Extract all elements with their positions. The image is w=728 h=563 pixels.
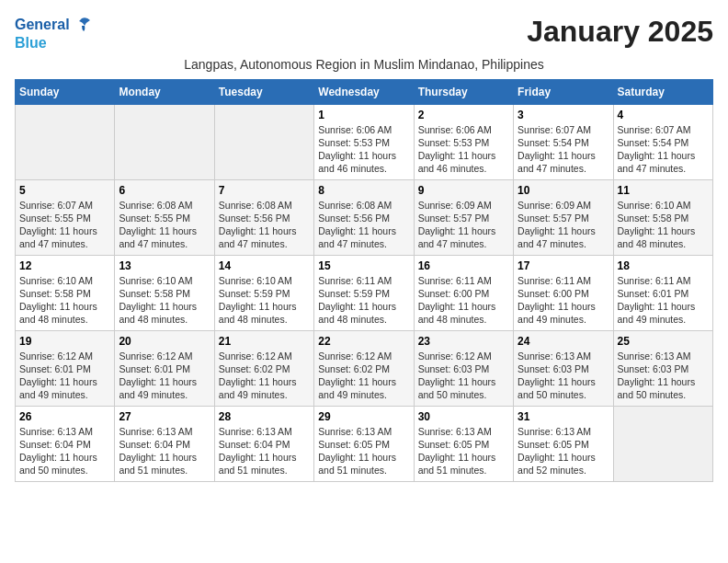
calendar-cell: 12Sunrise: 6:10 AM Sunset: 5:58 PM Dayli… — [16, 255, 115, 330]
logo: General Blue — [15, 15, 92, 52]
calendar-cell: 13Sunrise: 6:10 AM Sunset: 5:58 PM Dayli… — [115, 255, 214, 330]
calendar-cell: 6Sunrise: 6:08 AM Sunset: 5:55 PM Daylig… — [115, 179, 214, 255]
day-number: 13 — [119, 259, 210, 272]
calendar-cell: 17Sunrise: 6:11 AM Sunset: 6:00 PM Dayli… — [514, 255, 613, 330]
day-info: Sunrise: 6:11 AM Sunset: 6:00 PM Dayligh… — [418, 274, 509, 327]
day-info: Sunrise: 6:11 AM Sunset: 5:59 PM Dayligh… — [318, 274, 409, 327]
day-info: Sunrise: 6:10 AM Sunset: 5:58 PM Dayligh… — [19, 274, 110, 327]
day-info: Sunrise: 6:12 AM Sunset: 6:02 PM Dayligh… — [219, 350, 310, 402]
day-info: Sunrise: 6:10 AM Sunset: 5:58 PM Dayligh… — [119, 274, 210, 327]
day-number: 14 — [219, 259, 310, 272]
calendar-cell: 20Sunrise: 6:12 AM Sunset: 6:01 PM Dayli… — [115, 330, 214, 406]
day-number: 15 — [318, 259, 409, 272]
calendar-cell: 22Sunrise: 6:12 AM Sunset: 6:02 PM Dayli… — [314, 330, 414, 406]
calendar-cell: 24Sunrise: 6:13 AM Sunset: 6:03 PM Dayli… — [514, 330, 613, 406]
calendar-cell: 8Sunrise: 6:08 AM Sunset: 5:56 PM Daylig… — [314, 179, 414, 255]
calendar-cell — [613, 406, 712, 481]
day-number: 26 — [19, 410, 110, 423]
day-info: Sunrise: 6:06 AM Sunset: 5:53 PM Dayligh… — [418, 123, 509, 176]
calendar-cell: 9Sunrise: 6:09 AM Sunset: 5:57 PM Daylig… — [414, 179, 513, 255]
day-number: 11 — [618, 184, 709, 197]
header-tuesday: Tuesday — [214, 79, 313, 104]
day-number: 25 — [618, 335, 709, 348]
day-number: 29 — [318, 410, 409, 423]
calendar-cell: 3Sunrise: 6:07 AM Sunset: 5:54 PM Daylig… — [514, 104, 613, 179]
day-info: Sunrise: 6:07 AM Sunset: 5:54 PM Dayligh… — [518, 123, 609, 176]
calendar-cell: 5Sunrise: 6:07 AM Sunset: 5:55 PM Daylig… — [16, 179, 115, 255]
header-wednesday: Wednesday — [314, 79, 414, 104]
day-number: 19 — [19, 335, 110, 348]
day-number: 30 — [418, 410, 509, 423]
day-info: Sunrise: 6:13 AM Sunset: 6:05 PM Dayligh… — [518, 425, 609, 477]
top-bar: General Blue January 2025 — [15, 15, 713, 55]
week-row-5: 26Sunrise: 6:13 AM Sunset: 6:04 PM Dayli… — [16, 406, 713, 481]
day-info: Sunrise: 6:08 AM Sunset: 5:56 PM Dayligh… — [219, 199, 310, 251]
day-number: 16 — [418, 259, 509, 272]
day-info: Sunrise: 6:12 AM Sunset: 6:03 PM Dayligh… — [418, 350, 509, 402]
calendar-cell: 10Sunrise: 6:09 AM Sunset: 5:57 PM Dayli… — [514, 179, 613, 255]
day-info: Sunrise: 6:12 AM Sunset: 6:01 PM Dayligh… — [19, 350, 110, 402]
day-number: 31 — [518, 410, 609, 423]
calendar-cell: 27Sunrise: 6:13 AM Sunset: 6:04 PM Dayli… — [115, 406, 214, 481]
calendar-cell: 29Sunrise: 6:13 AM Sunset: 6:05 PM Dayli… — [314, 406, 414, 481]
day-number: 18 — [618, 259, 709, 272]
calendar-cell: 30Sunrise: 6:13 AM Sunset: 6:05 PM Dayli… — [414, 406, 513, 481]
day-info: Sunrise: 6:11 AM Sunset: 6:01 PM Dayligh… — [618, 274, 709, 327]
day-info: Sunrise: 6:13 AM Sunset: 6:05 PM Dayligh… — [318, 425, 409, 477]
calendar-header-row: SundayMondayTuesdayWednesdayThursdayFrid… — [16, 79, 713, 104]
day-number: 22 — [318, 335, 409, 348]
day-info: Sunrise: 6:13 AM Sunset: 6:04 PM Dayligh… — [19, 425, 110, 477]
day-info: Sunrise: 6:08 AM Sunset: 5:55 PM Dayligh… — [119, 199, 210, 251]
header-saturday: Saturday — [613, 79, 712, 104]
title-section: January 2025 — [527, 15, 713, 49]
calendar-cell: 23Sunrise: 6:12 AM Sunset: 6:03 PM Dayli… — [414, 330, 513, 406]
day-number: 6 — [119, 184, 210, 197]
calendar-cell: 1Sunrise: 6:06 AM Sunset: 5:53 PM Daylig… — [314, 104, 414, 179]
day-number: 28 — [219, 410, 310, 423]
day-info: Sunrise: 6:12 AM Sunset: 6:01 PM Dayligh… — [119, 350, 210, 402]
day-number: 7 — [219, 184, 310, 197]
calendar-cell: 2Sunrise: 6:06 AM Sunset: 5:53 PM Daylig… — [414, 104, 513, 179]
day-number: 20 — [119, 335, 210, 348]
calendar-cell: 26Sunrise: 6:13 AM Sunset: 6:04 PM Dayli… — [16, 406, 115, 481]
header-friday: Friday — [514, 79, 613, 104]
calendar-cell: 21Sunrise: 6:12 AM Sunset: 6:02 PM Dayli… — [214, 330, 313, 406]
day-info: Sunrise: 6:13 AM Sunset: 6:04 PM Dayligh… — [119, 425, 210, 477]
calendar-cell: 7Sunrise: 6:08 AM Sunset: 5:56 PM Daylig… — [214, 179, 313, 255]
day-number: 21 — [219, 335, 310, 348]
calendar-cell: 11Sunrise: 6:10 AM Sunset: 5:58 PM Dayli… — [613, 179, 712, 255]
calendar-cell: 14Sunrise: 6:10 AM Sunset: 5:59 PM Dayli… — [214, 255, 313, 330]
header-sunday: Sunday — [16, 79, 115, 104]
day-number: 24 — [518, 335, 609, 348]
day-info: Sunrise: 6:12 AM Sunset: 6:02 PM Dayligh… — [318, 350, 409, 402]
day-number: 23 — [418, 335, 509, 348]
calendar-cell: 18Sunrise: 6:11 AM Sunset: 6:01 PM Dayli… — [613, 255, 712, 330]
week-row-1: 1Sunrise: 6:06 AM Sunset: 5:53 PM Daylig… — [16, 104, 713, 179]
day-number: 1 — [318, 109, 409, 121]
day-info: Sunrise: 6:08 AM Sunset: 5:56 PM Dayligh… — [318, 199, 409, 251]
day-info: Sunrise: 6:06 AM Sunset: 5:53 PM Dayligh… — [318, 123, 409, 176]
day-info: Sunrise: 6:10 AM Sunset: 5:59 PM Dayligh… — [219, 274, 310, 327]
day-number: 3 — [518, 109, 609, 121]
day-number: 9 — [418, 184, 509, 197]
header-thursday: Thursday — [414, 79, 513, 104]
calendar-subtitle: Langpas, Autonomous Region in Muslim Min… — [15, 57, 713, 72]
calendar-cell: 28Sunrise: 6:13 AM Sunset: 6:04 PM Dayli… — [214, 406, 313, 481]
day-number: 12 — [19, 259, 110, 272]
day-info: Sunrise: 6:07 AM Sunset: 5:54 PM Dayligh… — [618, 123, 709, 176]
week-row-2: 5Sunrise: 6:07 AM Sunset: 5:55 PM Daylig… — [16, 179, 713, 255]
day-info: Sunrise: 6:10 AM Sunset: 5:58 PM Dayligh… — [618, 199, 709, 251]
calendar-table: SundayMondayTuesdayWednesdayThursdayFrid… — [15, 79, 713, 482]
header-monday: Monday — [115, 79, 214, 104]
day-number: 17 — [518, 259, 609, 272]
day-info: Sunrise: 6:07 AM Sunset: 5:55 PM Dayligh… — [19, 199, 110, 251]
calendar-cell: 25Sunrise: 6:13 AM Sunset: 6:03 PM Dayli… — [613, 330, 712, 406]
day-number: 27 — [119, 410, 210, 423]
calendar-cell — [214, 104, 313, 179]
day-number: 5 — [19, 184, 110, 197]
logo-general: General — [15, 17, 70, 33]
calendar-cell: 16Sunrise: 6:11 AM Sunset: 6:00 PM Dayli… — [414, 255, 513, 330]
day-info: Sunrise: 6:11 AM Sunset: 6:00 PM Dayligh… — [518, 274, 609, 327]
calendar-cell: 31Sunrise: 6:13 AM Sunset: 6:05 PM Dayli… — [514, 406, 613, 481]
calendar-cell: 15Sunrise: 6:11 AM Sunset: 5:59 PM Dayli… — [314, 255, 414, 330]
